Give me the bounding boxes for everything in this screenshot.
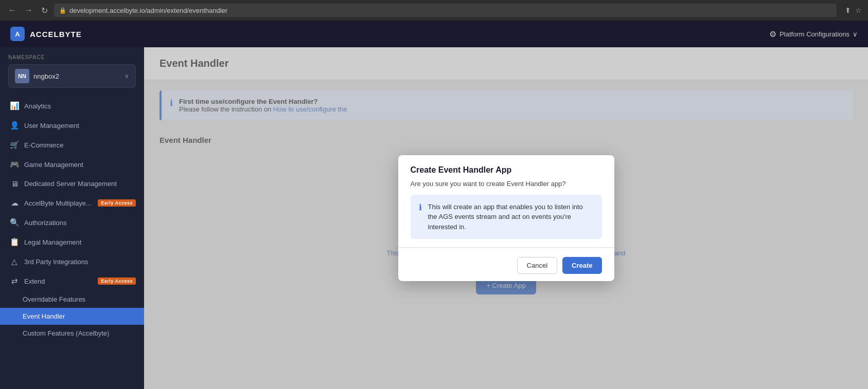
sidebar-item-3rd-party[interactable]: △ 3rd Party Integrations — [0, 252, 144, 271]
legal-icon: 📋 — [10, 237, 19, 247]
browser-chrome: ← → ↻ 🔒 development.accelbyte.io/admin/e… — [0, 0, 868, 21]
sidebar-item-label: AccelByte Multiplaye... — [24, 199, 93, 207]
sidebar-item-label: 3rd Party Integrations — [24, 258, 136, 266]
game-icon: 🎮 — [10, 160, 19, 169]
modal-question: Are you sure you want to create Event Ha… — [398, 180, 614, 195]
star-icon[interactable]: ☆ — [855, 6, 862, 14]
extend-icon: ⇄ — [10, 276, 19, 286]
sidebar-item-label: Analytics — [24, 102, 136, 110]
early-access-badge: Early Access — [98, 277, 136, 285]
sidebar-item-label: User Management — [24, 122, 136, 129]
namespace-selector[interactable]: NN nngbox2 ∨ — [8, 64, 136, 88]
sidebar-item-label: Extend — [24, 277, 93, 285]
sub-item-label: Custom Features (Accelbyte) — [23, 329, 109, 337]
sidebar-item-extend[interactable]: ⇄ Extend Early Access — [0, 271, 144, 291]
sidebar: NAMESPACE NN nngbox2 ∨ 📊 Analytics 👤 Use… — [0, 47, 144, 389]
sub-item-label: Overridable Features — [23, 295, 85, 303]
sidebar-sub-item-event-handler[interactable]: Event Handler — [0, 308, 144, 325]
sidebar-item-legal-management[interactable]: 📋 Legal Management — [0, 232, 144, 252]
server-icon: 🖥 — [10, 179, 19, 188]
modal-info-text: This will create an app that enables you… — [428, 202, 594, 232]
platform-config-label: Platform Configurations — [780, 30, 849, 38]
sidebar-item-analytics[interactable]: 📊 Analytics — [0, 96, 144, 116]
auth-icon: 🔍 — [10, 218, 19, 227]
sidebar-item-game-management[interactable]: 🎮 Game Management — [0, 155, 144, 174]
namespace-name: nngbox2 — [33, 72, 59, 80]
sidebar-item-label: Game Management — [24, 161, 136, 169]
namespace-chevron-icon: ∨ — [125, 72, 129, 80]
sidebar-nav: 📊 Analytics 👤 User Management 🛒 E-Commer… — [0, 93, 144, 389]
sidebar-item-accelbyte-multiplayer[interactable]: ☁ AccelByte Multiplaye... Early Access — [0, 193, 144, 213]
logo-icon: A — [10, 27, 25, 41]
platform-config-button[interactable]: ⚙ Platform Configurations ∨ — [769, 29, 858, 39]
share-icon[interactable]: ⬆ — [845, 6, 851, 14]
modal-footer: Cancel Create — [398, 250, 614, 281]
sub-item-label: Event Handler — [23, 312, 65, 320]
user-icon: 👤 — [10, 121, 19, 130]
logo-text: ACCELBYTE — [30, 30, 82, 39]
modal-info-icon: ℹ — [419, 202, 422, 212]
main-content: Event Handler ℹ First time use/configure… — [144, 47, 868, 389]
chevron-down-icon: ∨ — [853, 30, 858, 38]
namespace-selector-left: NN nngbox2 — [15, 69, 59, 83]
back-button[interactable]: ← — [6, 4, 19, 17]
gear-icon: ⚙ — [769, 29, 776, 39]
sidebar-sub-item-custom-features[interactable]: Custom Features (Accelbyte) — [0, 325, 144, 342]
modal-info-box: ℹ This will create an app that enables y… — [411, 195, 602, 239]
app-header: A ACCELBYTE ⚙ Platform Configurations ∨ — [0, 21, 868, 47]
url-bar[interactable]: 🔒 development.accelbyte.io/admin/extend/… — [54, 4, 837, 17]
sidebar-item-authorizations[interactable]: 🔍 Authorizations — [0, 213, 144, 232]
sidebar-item-label: Legal Management — [24, 238, 136, 246]
cloud-icon: ☁ — [10, 198, 19, 208]
sidebar-item-e-commerce[interactable]: 🛒 E-Commerce — [0, 135, 144, 155]
namespace-avatar: NN — [15, 69, 29, 83]
sidebar-item-label: Dedicated Server Management — [24, 180, 136, 188]
analytics-icon: 📊 — [10, 101, 19, 110]
modal-divider — [398, 247, 614, 248]
integration-icon: △ — [10, 257, 19, 266]
namespace-section: NAMESPACE NN nngbox2 ∨ — [0, 47, 144, 93]
namespace-label: NAMESPACE — [8, 54, 136, 60]
create-event-handler-modal: Create Event Handler App Are you sure yo… — [398, 155, 614, 282]
lock-icon: 🔒 — [59, 7, 66, 14]
sidebar-item-user-management[interactable]: 👤 User Management — [0, 116, 144, 135]
reload-button[interactable]: ↻ — [39, 4, 50, 17]
cancel-button[interactable]: Cancel — [517, 257, 557, 274]
forward-button[interactable]: → — [23, 4, 35, 17]
modal-backdrop: Create Event Handler App Are you sure yo… — [144, 47, 868, 389]
url-text: development.accelbyte.io/admin/extend/ev… — [69, 7, 227, 14]
ecommerce-icon: 🛒 — [10, 140, 19, 150]
sidebar-sub-item-overridable[interactable]: Overridable Features — [0, 291, 144, 308]
sidebar-item-label: Authorizations — [24, 219, 136, 227]
app-logo: A ACCELBYTE — [10, 27, 82, 41]
sidebar-item-label: E-Commerce — [24, 141, 136, 149]
modal-title: Create Event Handler App — [398, 155, 614, 180]
early-access-badge: Early Access — [98, 199, 136, 207]
sidebar-item-dedicated-server[interactable]: 🖥 Dedicated Server Management — [0, 174, 144, 193]
create-button[interactable]: Create — [562, 257, 601, 274]
